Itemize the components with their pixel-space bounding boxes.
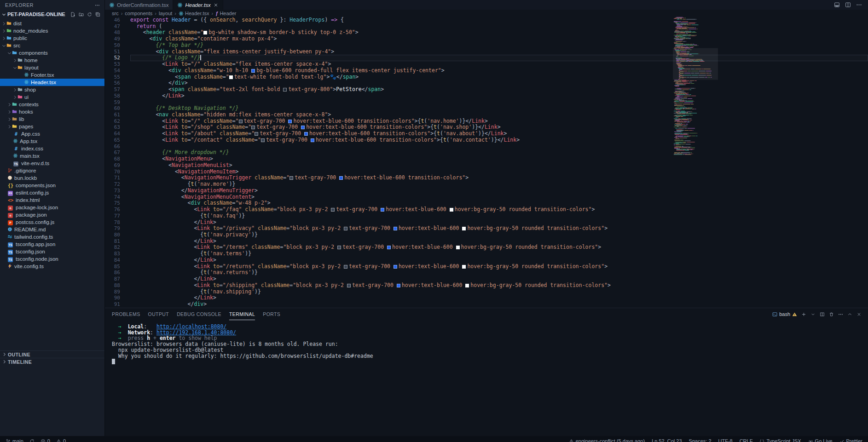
breadcrumb-item-header[interactable]: ƒHeader [215, 11, 236, 16]
toggle-panel-icon[interactable] [834, 2, 840, 8]
tree-file-tsconfig-json[interactable]: TStsconfig.json [0, 248, 104, 255]
code-line-81: </Link> [130, 238, 868, 245]
status-sync[interactable] [29, 438, 35, 442]
outline-section[interactable]: OUTLINE [0, 350, 104, 358]
react-file-icon [13, 153, 18, 159]
tree-item-label: components.json [16, 183, 56, 188]
panel-tab-debug-console[interactable]: DEBUG CONSOLE [177, 308, 221, 320]
tree-file-index-css[interactable]: #index.css [0, 145, 104, 152]
tree-file-postcss-config-js[interactable]: Ppostcss.config.js [0, 218, 104, 226]
new-terminal-icon[interactable] [801, 312, 806, 317]
split-terminal-icon[interactable] [820, 312, 825, 317]
status-blame[interactable]: engineers-conflict (5 days ago) [569, 438, 645, 442]
maximize-panel-icon[interactable] [847, 312, 852, 317]
status-encoding[interactable]: UTF-8 [718, 438, 733, 442]
line-number: 67 [105, 149, 120, 156]
tree-file-package-lock-json[interactable]: npackage-lock.json [0, 204, 104, 211]
timeline-label: TIMELINE [8, 359, 32, 365]
tree-file-eslint-config-js[interactable]: ESeslint.config.js [0, 189, 104, 196]
terminal-line: Browserslist: browsers data (caniuse-lit… [112, 341, 868, 347]
status-indentation[interactable]: Spaces: 2 [689, 438, 712, 442]
status-go-live[interactable]: Go Live [808, 438, 833, 442]
folder-icon [6, 43, 12, 49]
tree-folder-components[interactable]: components [0, 49, 104, 57]
tree-folder-layout[interactable]: layout [0, 64, 104, 71]
explorer-more-actions-icon[interactable] [95, 3, 100, 8]
breadcrumb-item-header-tsx[interactable]: Header.tsx [179, 11, 209, 16]
status-prettier[interactable]: Prettier [839, 438, 862, 442]
chevron-down-icon [12, 65, 17, 70]
tree-folder-src[interactable]: src [0, 42, 104, 49]
tree-file-vite-config-ts[interactable]: vite.config.ts [0, 263, 104, 270]
tab-header[interactable]: Header.tsx [173, 0, 223, 10]
status-branch[interactable]: main [6, 438, 23, 442]
refresh-icon[interactable] [87, 12, 92, 17]
gutter[interactable]: 4647484950515253545556575859606162636465… [105, 17, 124, 308]
panel-tab-output[interactable]: OUTPUT [148, 308, 169, 320]
close-panel-icon[interactable] [856, 312, 862, 317]
shell-selector[interactable]: bash [772, 311, 797, 317]
tree-file-header-tsx[interactable]: Header.tsx [0, 79, 104, 86]
tree-folder-node-modules[interactable]: node_modules [0, 27, 104, 34]
status-errors[interactable]: 0 [41, 438, 50, 442]
tree-file-package-json[interactable]: npackage.json [0, 211, 104, 218]
tree-folder-shop[interactable]: shop [0, 86, 104, 93]
git-file-icon [7, 168, 12, 174]
tree-folder-dist[interactable]: dist [0, 20, 104, 27]
tree-folder-public[interactable]: public [0, 34, 104, 42]
vite-file-icon [7, 264, 12, 270]
tree-item-label: eslint.config.js [16, 190, 49, 195]
new-folder-icon[interactable] [79, 12, 84, 17]
kill-terminal-icon[interactable] [829, 312, 834, 317]
editor-group: OrderConfirmation.tsxHeader.tsx src›comp… [105, 0, 868, 436]
status-cursor-position[interactable]: Ln 52, Col 23 [652, 438, 682, 442]
tree-folder-ui[interactable]: ui [0, 93, 104, 101]
status-eol[interactable]: CRLF [740, 438, 753, 442]
tree-file-components-json[interactable]: {}components.json [0, 182, 104, 189]
close-tab-icon[interactable] [213, 2, 219, 8]
tab-orderconfirmation[interactable]: OrderConfirmation.tsx [105, 0, 173, 10]
terminal-dropdown-icon[interactable] [810, 312, 816, 317]
tree-file-tsconfig-app-json[interactable]: TStsconfig.app.json [0, 241, 104, 248]
tree-file-app-css[interactable]: #App.css [0, 130, 104, 138]
tree-file-app-tsx[interactable]: App.tsx [0, 138, 104, 145]
tree-file-bun-lockb[interactable]: bun.lockb [0, 174, 104, 182]
panel-tab-problems[interactable]: PROBLEMS [112, 308, 140, 320]
line-number: 73 [105, 188, 120, 194]
breadcrumb-item-components[interactable]: components [125, 11, 152, 16]
minimap[interactable] [673, 17, 718, 308]
tree-file-vite-env-d-ts[interactable]: TSvite-env.d.ts [0, 160, 104, 167]
tree-file-footer-tsx[interactable]: Footer.tsx [0, 71, 104, 79]
tree-folder-hooks[interactable]: hooks [0, 108, 104, 115]
tree-file-tailwind-config-ts[interactable]: tailwind.config.ts [0, 233, 104, 241]
terminal-output[interactable]: → Local: http://localhost:8080/ → Networ… [105, 320, 868, 365]
customize-layout-icon[interactable] [856, 2, 862, 8]
tree-folder-lib[interactable]: lib [0, 115, 104, 123]
new-file-icon[interactable] [70, 12, 75, 17]
project-root-row[interactable]: PET-PARADISE-ONLINE [0, 10, 104, 18]
tree-file-main-tsx[interactable]: main.tsx [0, 152, 104, 160]
status-language[interactable]: TypeScript JSX [759, 438, 801, 442]
tailwind-color-swatch [288, 120, 292, 123]
tree-file-gitignore[interactable]: .gitignore [0, 167, 104, 174]
breadcrumb-item-src[interactable]: src [112, 11, 119, 16]
tree-item-label: index.css [21, 146, 43, 151]
tailwind-color-swatch [203, 31, 207, 34]
sidebar-bottom-sections: OUTLINE TIMELINE [0, 350, 104, 365]
tree-folder-contexts[interactable]: contexts [0, 101, 104, 108]
warning-icon [792, 312, 797, 317]
tree-file-tsconfig-node-json[interactable]: TStsconfig.node.json [0, 255, 104, 263]
split-editor-icon[interactable] [845, 2, 851, 8]
timeline-section[interactable]: TIMELINE [0, 358, 104, 365]
panel-more-icon[interactable] [838, 312, 843, 317]
breadcrumb-item-layout[interactable]: layout [159, 11, 172, 16]
tree-folder-home[interactable]: home [0, 57, 104, 64]
panel-tab-terminal[interactable]: TERMINAL [229, 308, 255, 320]
editor-surface[interactable]: 4647484950515253545556575859606162636465… [105, 17, 868, 308]
tree-file-readme-md[interactable]: README.md [0, 226, 104, 233]
panel-tab-ports[interactable]: PORTS [263, 308, 280, 320]
collapse-all-icon[interactable] [95, 12, 100, 17]
tree-file-index-html[interactable]: <>index.html [0, 196, 104, 204]
tree-folder-pages[interactable]: pages [0, 123, 104, 130]
status-warnings[interactable]: 0 [56, 438, 66, 442]
